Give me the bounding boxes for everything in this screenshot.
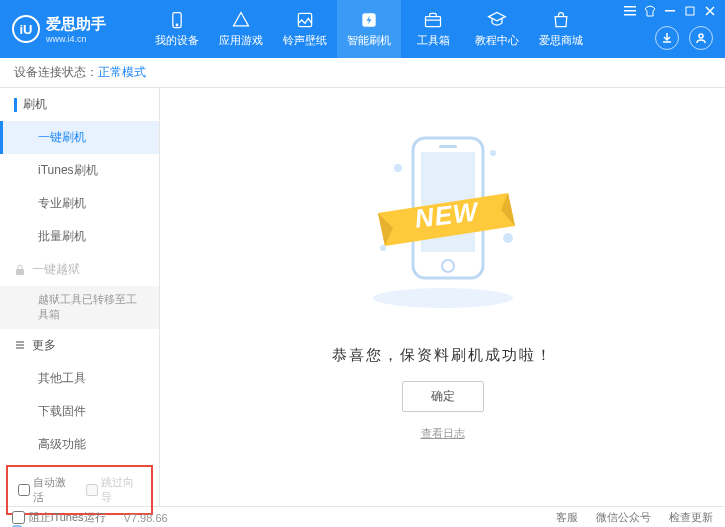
skip-guide-checkbox[interactable]: 跳过向导 <box>86 475 142 505</box>
close-icon[interactable] <box>703 4 717 18</box>
svg-rect-5 <box>624 6 636 8</box>
window-controls <box>623 4 717 18</box>
svg-point-14 <box>394 164 402 172</box>
flash-icon <box>359 10 379 30</box>
sidebar-item-itunes[interactable]: iTunes刷机 <box>0 154 159 187</box>
footer-wechat[interactable]: 微信公众号 <box>596 510 651 525</box>
app-subtitle: www.i4.cn <box>46 34 106 44</box>
user-button[interactable] <box>689 26 713 50</box>
nav-apps[interactable]: 应用游戏 <box>209 0 273 58</box>
minimize-icon[interactable] <box>663 4 677 18</box>
svg-point-1 <box>176 24 178 26</box>
nav-tutorials[interactable]: 教程中心 <box>465 0 529 58</box>
sidebar-jailbreak-header: 一键越狱 <box>0 253 159 286</box>
nav-flash[interactable]: 智能刷机 <box>337 0 401 58</box>
main-content: NEW 恭喜您，保资料刷机成功啦！ 确定 查看日志 <box>160 88 725 506</box>
checkbox-label: 跳过向导 <box>101 475 142 505</box>
store-icon <box>551 10 571 30</box>
nav-label: 教程中心 <box>475 33 519 48</box>
sidebar-item-other[interactable]: 其他工具 <box>0 362 159 395</box>
checkbox-label: 自动激活 <box>33 475 74 505</box>
apps-icon <box>231 10 251 30</box>
skin-icon[interactable] <box>643 4 657 18</box>
block-itunes-checkbox[interactable]: 阻止iTunes运行 <box>12 510 106 525</box>
wallpaper-icon <box>295 10 315 30</box>
success-message: 恭喜您，保资料刷机成功啦！ <box>332 346 553 365</box>
footer-support[interactable]: 客服 <box>556 510 578 525</box>
maximize-icon[interactable] <box>683 4 697 18</box>
sidebar-flash-header[interactable]: 刷机 <box>0 88 159 121</box>
sidebar-item-oneclick[interactable]: 一键刷机 <box>0 121 159 154</box>
svg-rect-8 <box>665 10 675 12</box>
svg-point-13 <box>373 288 513 308</box>
auto-activate-checkbox[interactable]: 自动激活 <box>18 475 74 505</box>
tutorial-icon <box>487 10 507 30</box>
sidebar: 刷机 一键刷机 iTunes刷机 专业刷机 批量刷机 一键越狱 越狱工具已转移至… <box>0 88 160 506</box>
nav-label: 工具箱 <box>417 33 450 48</box>
logo-icon: iU <box>12 15 40 43</box>
device-icon <box>167 10 187 30</box>
sidebar-item-advanced[interactable]: 高级功能 <box>0 428 159 461</box>
list-icon <box>14 339 26 351</box>
svg-point-16 <box>503 233 513 243</box>
svg-point-10 <box>699 34 703 38</box>
svg-rect-21 <box>439 145 457 148</box>
nav-store[interactable]: 爱思商城 <box>529 0 593 58</box>
success-illustration: NEW <box>378 118 508 318</box>
lock-icon <box>14 264 26 276</box>
download-button[interactable] <box>655 26 679 50</box>
sidebar-header-label: 一键越狱 <box>32 261 80 278</box>
options-box: 自动激活 跳过向导 <box>6 465 153 515</box>
nav-label: 我的设备 <box>155 33 199 48</box>
svg-rect-9 <box>686 7 694 15</box>
nav-ringtones[interactable]: 铃声壁纸 <box>273 0 337 58</box>
sidebar-header-label: 更多 <box>32 337 56 354</box>
sidebar-item-batch[interactable]: 批量刷机 <box>0 220 159 253</box>
view-log-link[interactable]: 查看日志 <box>421 426 465 441</box>
nav-toolbox[interactable]: 工具箱 <box>401 0 465 58</box>
status-label: 设备连接状态： <box>14 64 98 81</box>
footer-update[interactable]: 检查更新 <box>669 510 713 525</box>
sidebar-header-label: 刷机 <box>23 96 47 113</box>
sidebar-more-header[interactable]: 更多 <box>0 329 159 362</box>
logo-area: iU 爱思助手 www.i4.cn <box>0 15 145 44</box>
app-title: 爱思助手 <box>46 15 106 34</box>
menu-icon[interactable] <box>623 4 637 18</box>
svg-rect-6 <box>624 10 636 12</box>
indicator-icon <box>14 98 17 112</box>
status-value: 正常模式 <box>98 64 146 81</box>
sidebar-item-pro[interactable]: 专业刷机 <box>0 187 159 220</box>
nav-label: 爱思商城 <box>539 33 583 48</box>
main-nav: 我的设备 应用游戏 铃声壁纸 智能刷机 工具箱 教程中心 爱思商城 <box>145 0 593 58</box>
nav-label: 铃声壁纸 <box>283 33 327 48</box>
svg-rect-7 <box>624 14 636 16</box>
svg-point-15 <box>490 150 496 156</box>
checkbox-label: 阻止iTunes运行 <box>29 510 106 525</box>
nav-my-device[interactable]: 我的设备 <box>145 0 209 58</box>
svg-rect-11 <box>16 269 24 275</box>
status-bar: 设备连接状态： 正常模式 <box>0 58 725 88</box>
sidebar-jailbreak-note: 越狱工具已转移至工具箱 <box>0 286 159 329</box>
toolbox-icon <box>423 10 443 30</box>
ok-button[interactable]: 确定 <box>402 381 484 412</box>
nav-label: 智能刷机 <box>347 33 391 48</box>
sidebar-item-download[interactable]: 下载固件 <box>0 395 159 428</box>
nav-label: 应用游戏 <box>219 33 263 48</box>
app-header: iU 爱思助手 www.i4.cn 我的设备 应用游戏 铃声壁纸 智能刷机 工具… <box>0 0 725 58</box>
version-label: V7.98.66 <box>124 512 168 524</box>
svg-rect-4 <box>426 17 441 27</box>
